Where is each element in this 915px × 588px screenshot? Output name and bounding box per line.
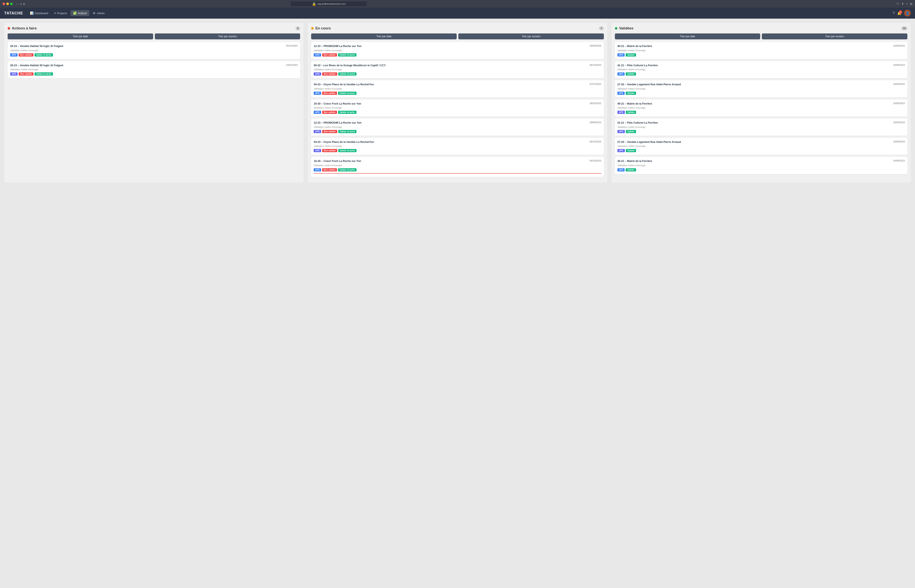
action-tag[interactable]: Valider la tache — [338, 130, 357, 133]
card-subtitle: Validation maître d'ouvrage — [617, 107, 905, 109]
sort-num-validated[interactable]: Trier par numéro — [762, 34, 907, 39]
card-subtitle: Validation maître d'ouvrage — [10, 68, 298, 71]
card-date: 10/05/2023 — [893, 64, 905, 66]
list-item[interactable]: 12-23 – PROMOGIM La Roche sur Yon 30/06/… — [311, 42, 604, 59]
nav-label-projects: Projects — [57, 11, 67, 15]
grid-icon[interactable]: ⊞ — [910, 2, 912, 5]
sort-buttons-todo: Trier par date Trier par numéro — [8, 34, 300, 39]
status-tag: Non validée — [322, 168, 337, 171]
phase-tag: APS — [314, 92, 321, 95]
list-item[interactable]: 27-20 – Vendée Logement Rue Abbé Pierre … — [615, 138, 907, 155]
nav-label-admin: Admin — [97, 11, 105, 15]
avatar[interactable]: 👤 — [904, 10, 911, 16]
action-tag[interactable]: Valider la tache — [34, 53, 53, 57]
nav-item-dashboard[interactable]: 📊 Dashboard — [28, 10, 51, 16]
new-tab-icon[interactable]: + — [906, 2, 908, 5]
card-title: 16-20 – Coeur Foch La Roche sur Yon — [314, 159, 589, 163]
list-item[interactable]: 09-22 – Les Rives de la Grange Mouillero… — [311, 61, 604, 78]
list-item[interactable]: 26-23 – Vendée Habitat 50 logts St Fulge… — [8, 42, 300, 59]
action-tag[interactable]: Valider la tache — [338, 53, 356, 57]
card-tags: APS Validée — [617, 73, 905, 76]
card-tags: APS Validée — [617, 53, 905, 57]
list-item[interactable]: 27-20 – Vendée Logement Rue Abbé Pierre … — [615, 80, 907, 97]
action-tag[interactable]: Valider la tache — [338, 149, 357, 152]
phase-tag: APS — [617, 92, 625, 95]
help-icon[interactable]: ? — [893, 11, 895, 15]
column-header-todo: Actions à faire 2 — [8, 26, 300, 31]
card-tags: APS Validée — [617, 92, 905, 95]
nav-item-actions[interactable]: ✅ Actions — [71, 10, 90, 16]
phase-tag: APS — [617, 53, 625, 57]
share-icon[interactable]: ⬆ — [902, 2, 904, 5]
card-subtitle: Validation maître d'ouvrage — [314, 68, 601, 71]
list-item[interactable]: 16-20 – Coeur Foch La Roche sur Yon 04/1… — [311, 157, 604, 177]
sort-date-in_progress[interactable]: Trier par date — [311, 34, 457, 39]
nav-right: ? 🔔 7 👤 — [893, 10, 911, 16]
shield-icon[interactable]: 🛡 — [896, 2, 899, 5]
list-item[interactable]: 16-20 – Coeur Foch La Roche sur Yon 28/0… — [311, 100, 604, 116]
column-title-todo: Actions à faire — [12, 26, 294, 31]
card-tags: APD Validée — [617, 130, 905, 133]
browser-controls: ‹ › ℹ ⊕ — [16, 2, 25, 5]
list-item[interactable]: 40-21 – Mairie de la Ferrière 10/05/2023… — [615, 42, 907, 59]
list-item[interactable]: 04-23 – Oryon Place de la Vendée La Roch… — [311, 138, 604, 155]
card-subtitle: Validation maître d'ouvrage — [314, 107, 601, 109]
action-tag[interactable]: Valider la tache — [338, 92, 356, 95]
notification-button[interactable]: 🔔 7 — [897, 11, 902, 15]
phase-tag: APS — [314, 53, 321, 57]
card-title: 16-20 – Coeur Foch La Roche sur Yon — [314, 102, 589, 106]
column-in_progress: En cours 7 Trier par date Trier par numé… — [308, 23, 607, 183]
status-tag: Non validée — [19, 73, 34, 76]
card-tags: APD Non validée Valider la tache — [314, 130, 601, 133]
info-icon[interactable]: ℹ — [21, 2, 22, 5]
phase-tag: APD — [314, 73, 321, 76]
status-tag: Non validée — [322, 53, 337, 57]
list-item[interactable]: 26-23 – Vendée Habitat 50 logts St Fulge… — [8, 61, 300, 78]
card-date: 28/02/2022 — [589, 102, 601, 105]
phase-tag: APD — [314, 130, 321, 133]
address-bar[interactable]: 🔒 app.pelleauetassocies.com — [291, 2, 367, 6]
action-tag[interactable]: Valider la tache — [338, 73, 357, 76]
status-tag: Validée — [626, 168, 636, 171]
card-header: 27-20 – Vendée Logement Rue Abbé Pierre … — [617, 141, 905, 144]
maximize-button[interactable] — [10, 3, 13, 5]
projects-icon: ≡ — [54, 11, 56, 15]
status-tag: Validée — [626, 111, 636, 114]
action-tag[interactable]: Valider la tache — [34, 73, 53, 76]
back-button[interactable]: ‹ — [16, 2, 17, 5]
app-nav: TATACHE 📊 Dashboard ≡ Projects ✅ Actions… — [0, 8, 915, 19]
card-tags: APS Non validée Valider la tache — [314, 168, 601, 171]
sort-num-in_progress[interactable]: Trier par numéro — [458, 34, 604, 39]
sort-date-validated[interactable]: Trier par date — [615, 34, 760, 39]
list-item[interactable]: 40-21 – Mairie de la Ferrière 10/05/2023… — [615, 100, 907, 116]
card-header: 16-20 – Coeur Foch La Roche sur Yon 04/1… — [314, 159, 601, 163]
column-count-validated: 10 — [901, 26, 907, 30]
action-tag[interactable]: Valider la tache — [338, 111, 356, 114]
card-title: 04-23 – Oryon Place de la Vendée La Roch… — [314, 141, 589, 144]
column-header-validated: Validées 10 — [615, 26, 907, 31]
card-header: 41-21 – Pôle Culturel La Ferrière 10/05/… — [617, 121, 905, 125]
list-item[interactable]: 41-21 – Pôle Culturel La Ferrière 10/05/… — [615, 61, 907, 78]
nav-item-projects[interactable]: ≡ Projects — [52, 10, 70, 16]
forward-button[interactable]: › — [18, 2, 19, 5]
card-title: 41-21 – Pôle Culturel La Ferrière — [617, 64, 893, 68]
list-item[interactable]: 04-23 – Oryon Place de la Vendée La Roch… — [311, 80, 604, 97]
action-tag[interactable]: Valider la tache — [338, 168, 356, 171]
sort-buttons-validated: Trier par date Trier par numéro — [615, 34, 907, 39]
url-text: app.pelleauetassocies.com — [317, 3, 346, 5]
card-date: 10/05/2023 — [893, 102, 905, 105]
card-header: 12-23 – PROMOGIM La Roche sur Yon 30/06/… — [314, 44, 601, 48]
nav-item-admin[interactable]: ⚙ Admin — [90, 10, 107, 16]
card-date: 10/05/2023 — [893, 44, 905, 47]
minimize-button[interactable] — [6, 3, 9, 5]
list-item[interactable]: 40-21 – Mairie de la Ferrière 10/05/2023… — [615, 157, 907, 174]
sort-num-todo[interactable]: Trier par numéro — [155, 34, 300, 39]
sort-date-todo[interactable]: Trier par date — [8, 34, 153, 39]
extensions-icon[interactable]: ⊕ — [23, 2, 25, 5]
list-item[interactable]: 12-23 – PROMOGIM La Roche sur Yon 30/06/… — [311, 118, 604, 136]
main-content: Actions à faire 2 Trier par date Trier p… — [0, 19, 915, 187]
list-item[interactable]: 41-21 – Pôle Culturel La Ferrière 10/05/… — [615, 118, 907, 136]
close-button[interactable] — [3, 3, 5, 5]
column-title-in_progress: En cours — [315, 26, 597, 31]
status-tag: Non validée — [19, 53, 34, 57]
